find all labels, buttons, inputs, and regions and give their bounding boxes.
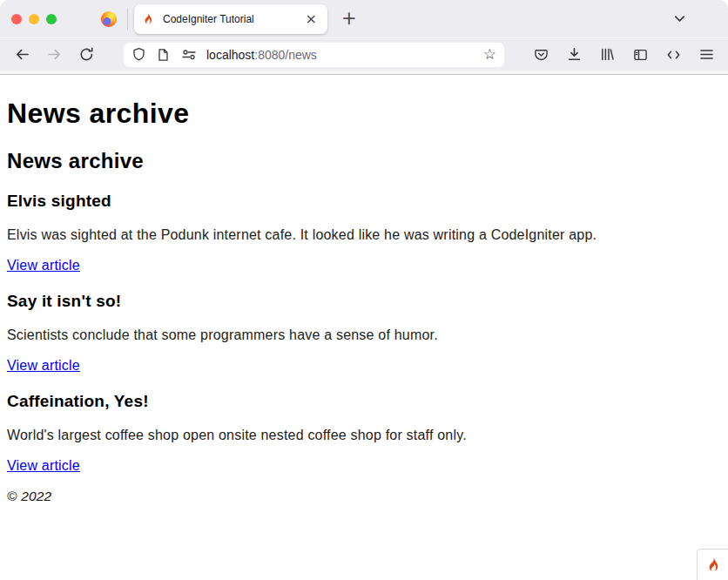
toolbar-bottom-border	[0, 74, 728, 75]
window-controls	[11, 14, 57, 24]
firefox-logo-icon	[101, 11, 117, 27]
copyright-text: © 2022	[7, 489, 51, 503]
back-button[interactable]	[13, 46, 30, 64]
news-item-title: Elvis sighted	[7, 192, 721, 211]
browser-window: CodeIgniter Tutorial × +	[0, 0, 728, 580]
page-title: News archive	[7, 98, 721, 130]
news-item-link-row: View article	[7, 358, 721, 374]
news-item: Elvis sighted Elvis was sighted at the P…	[7, 192, 721, 273]
url-bar[interactable]: localhost:8080/news ☆	[124, 43, 504, 67]
news-item-link-row: View article	[7, 458, 721, 474]
bookmark-star-icon[interactable]: ☆	[483, 47, 496, 62]
reload-button[interactable]	[78, 46, 95, 64]
news-item-body: Scientists conclude that some programmer…	[7, 327, 721, 343]
view-article-link[interactable]: View article	[7, 258, 80, 273]
codeigniter-flame-favicon	[142, 13, 154, 25]
minimize-window-button[interactable]	[29, 14, 39, 24]
sidebar-toggle-icon[interactable]	[631, 46, 649, 64]
downloads-icon[interactable]	[565, 46, 583, 64]
menu-hamburger-icon[interactable]	[698, 46, 715, 64]
news-item-title: Say it isn't so!	[7, 292, 721, 311]
toolbar-actions	[532, 46, 715, 64]
tab-bar: CodeIgniter Tutorial × +	[0, 0, 728, 37]
codeigniter-debugbar-toggle-button[interactable]	[697, 549, 728, 580]
tab-close-icon[interactable]: ×	[303, 12, 320, 26]
url-path: :8080/news	[254, 48, 317, 62]
news-item: Caffeination, Yes! World's largest coffe…	[7, 392, 721, 474]
view-article-link[interactable]: View article	[7, 358, 80, 373]
new-tab-button[interactable]: +	[341, 10, 357, 28]
forward-button[interactable]	[45, 46, 63, 64]
copyright-footer: © 2022	[7, 489, 721, 504]
zoom-window-button[interactable]	[46, 14, 57, 24]
news-item: Say it isn't so! Scientists conclude tha…	[7, 292, 721, 374]
list-all-tabs-chevron-down-icon[interactable]	[671, 10, 688, 27]
section-heading: News archive	[7, 149, 721, 173]
pocket-icon[interactable]	[532, 46, 549, 64]
url-host: localhost	[206, 48, 254, 62]
page-content: News archive News archive Elvis sighted …	[0, 98, 728, 504]
news-item-title: Caffeination, Yes!	[7, 392, 721, 411]
codeigniter-flame-icon	[705, 557, 721, 573]
news-item-body: Elvis was sighted at the Podunk internet…	[7, 227, 721, 243]
close-window-button[interactable]	[11, 14, 22, 24]
devtools-code-icon[interactable]	[664, 46, 682, 64]
tracking-protection-shield-icon[interactable]	[131, 47, 146, 62]
url-input[interactable]: localhost:8080/news	[206, 48, 483, 62]
navigation-toolbar: localhost:8080/news ☆	[0, 38, 728, 71]
news-item-link-row: View article	[7, 258, 721, 273]
site-permissions-sliders-icon[interactable]	[181, 47, 197, 62]
tab-codeigniter-tutorial[interactable]: CodeIgniter Tutorial ×	[134, 4, 327, 34]
news-item-body: World's largest coffee shop open onsite …	[7, 428, 721, 443]
tab-separator	[127, 8, 128, 30]
view-article-link[interactable]: View article	[7, 458, 80, 473]
library-icon[interactable]	[598, 46, 616, 64]
tab-title: CodeIgniter Tutorial	[163, 13, 303, 25]
page-info-icon[interactable]	[157, 48, 170, 62]
